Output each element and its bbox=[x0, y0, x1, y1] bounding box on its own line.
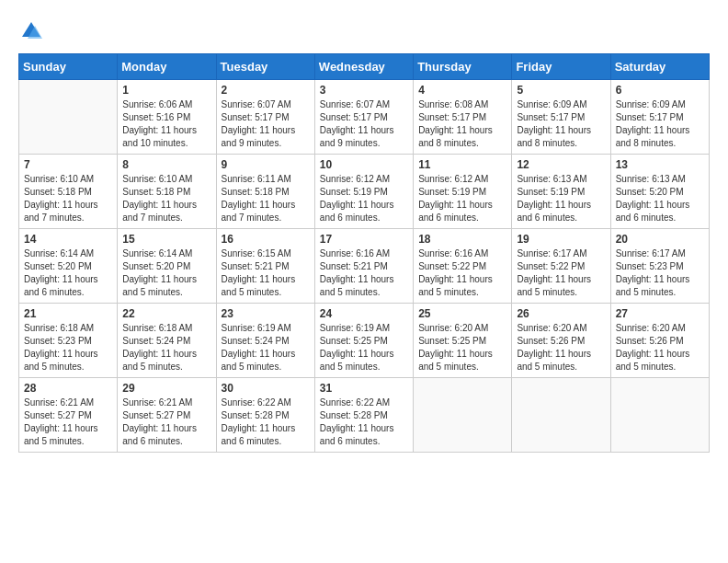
day-info: Sunrise: 6:22 AMSunset: 5:28 PMDaylight:… bbox=[320, 396, 408, 448]
day-number: 1 bbox=[122, 84, 210, 97]
calendar-cell: 5Sunrise: 6:09 AMSunset: 5:17 PMDaylight… bbox=[512, 80, 610, 155]
day-info: Sunrise: 6:06 AMSunset: 5:16 PMDaylight:… bbox=[122, 98, 210, 150]
day-info: Sunrise: 6:08 AMSunset: 5:17 PMDaylight:… bbox=[418, 98, 506, 150]
day-info: Sunrise: 6:20 AMSunset: 5:25 PMDaylight:… bbox=[418, 322, 506, 373]
logo bbox=[18, 18, 48, 44]
day-number: 10 bbox=[320, 158, 408, 171]
calendar-cell bbox=[512, 378, 610, 453]
calendar-table: SundayMondayTuesdayWednesdayThursdayFrid… bbox=[18, 53, 710, 453]
day-number: 30 bbox=[222, 382, 310, 395]
calendar-cell bbox=[610, 378, 709, 453]
calendar-cell: 19Sunrise: 6:17 AMSunset: 5:22 PMDayligh… bbox=[512, 229, 610, 304]
calendar-cell: 26Sunrise: 6:20 AMSunset: 5:26 PMDayligh… bbox=[512, 304, 610, 378]
day-number: 25 bbox=[418, 307, 506, 320]
calendar-cell: 24Sunrise: 6:19 AMSunset: 5:25 PMDayligh… bbox=[314, 304, 413, 378]
day-number: 19 bbox=[517, 233, 605, 246]
day-header-sunday: Sunday bbox=[19, 54, 118, 80]
calendar-cell: 15Sunrise: 6:14 AMSunset: 5:20 PMDayligh… bbox=[118, 229, 216, 304]
calendar-cell: 28Sunrise: 6:21 AMSunset: 5:27 PMDayligh… bbox=[19, 378, 118, 453]
day-number: 8 bbox=[122, 158, 210, 171]
day-info: Sunrise: 6:17 AMSunset: 5:23 PMDaylight:… bbox=[616, 247, 704, 299]
day-number: 6 bbox=[616, 84, 704, 97]
calendar-cell: 16Sunrise: 6:15 AMSunset: 5:21 PMDayligh… bbox=[216, 229, 314, 304]
day-number: 23 bbox=[222, 307, 310, 320]
day-number: 24 bbox=[320, 307, 408, 320]
calendar-cell: 31Sunrise: 6:22 AMSunset: 5:28 PMDayligh… bbox=[314, 378, 413, 453]
calendar-cell: 18Sunrise: 6:16 AMSunset: 5:22 PMDayligh… bbox=[414, 229, 512, 304]
calendar-cell: 27Sunrise: 6:20 AMSunset: 5:26 PMDayligh… bbox=[610, 304, 709, 378]
day-number: 7 bbox=[24, 158, 112, 171]
calendar-cell bbox=[414, 378, 512, 453]
day-number: 5 bbox=[517, 84, 605, 97]
day-number: 29 bbox=[122, 382, 210, 395]
day-number: 17 bbox=[320, 233, 408, 246]
day-info: Sunrise: 6:20 AMSunset: 5:26 PMDaylight:… bbox=[517, 322, 605, 373]
day-info: Sunrise: 6:19 AMSunset: 5:25 PMDaylight:… bbox=[320, 322, 408, 373]
day-number: 21 bbox=[24, 307, 112, 320]
day-info: Sunrise: 6:14 AMSunset: 5:20 PMDaylight:… bbox=[122, 247, 210, 299]
day-header-thursday: Thursday bbox=[414, 54, 512, 80]
day-number: 16 bbox=[222, 233, 310, 246]
day-number: 22 bbox=[122, 307, 210, 320]
day-info: Sunrise: 6:14 AMSunset: 5:20 PMDaylight:… bbox=[24, 247, 112, 299]
day-number: 4 bbox=[418, 84, 506, 97]
day-info: Sunrise: 6:07 AMSunset: 5:17 PMDaylight:… bbox=[320, 98, 408, 150]
day-info: Sunrise: 6:12 AMSunset: 5:19 PMDaylight:… bbox=[320, 173, 408, 224]
day-number: 27 bbox=[616, 307, 704, 320]
calendar-cell: 4Sunrise: 6:08 AMSunset: 5:17 PMDaylight… bbox=[414, 80, 512, 155]
calendar-cell: 10Sunrise: 6:12 AMSunset: 5:19 PMDayligh… bbox=[314, 155, 413, 229]
calendar-cell: 13Sunrise: 6:13 AMSunset: 5:20 PMDayligh… bbox=[610, 155, 709, 229]
calendar-cell: 20Sunrise: 6:17 AMSunset: 5:23 PMDayligh… bbox=[610, 229, 709, 304]
day-info: Sunrise: 6:18 AMSunset: 5:24 PMDaylight:… bbox=[122, 322, 210, 373]
calendar-header-row: SundayMondayTuesdayWednesdayThursdayFrid… bbox=[19, 54, 710, 80]
day-number: 18 bbox=[418, 233, 506, 246]
calendar-cell: 1Sunrise: 6:06 AMSunset: 5:16 PMDaylight… bbox=[118, 80, 216, 155]
day-info: Sunrise: 6:10 AMSunset: 5:18 PMDaylight:… bbox=[122, 173, 210, 224]
calendar-week-3: 14Sunrise: 6:14 AMSunset: 5:20 PMDayligh… bbox=[19, 229, 710, 304]
calendar-week-5: 28Sunrise: 6:21 AMSunset: 5:27 PMDayligh… bbox=[19, 378, 710, 453]
day-info: Sunrise: 6:20 AMSunset: 5:26 PMDaylight:… bbox=[616, 322, 704, 373]
day-info: Sunrise: 6:21 AMSunset: 5:27 PMDaylight:… bbox=[24, 396, 112, 448]
day-number: 26 bbox=[517, 307, 605, 320]
day-header-monday: Monday bbox=[118, 54, 216, 80]
calendar-cell: 3Sunrise: 6:07 AMSunset: 5:17 PMDaylight… bbox=[314, 80, 413, 155]
calendar-cell: 9Sunrise: 6:11 AMSunset: 5:18 PMDaylight… bbox=[216, 155, 314, 229]
day-header-saturday: Saturday bbox=[610, 54, 709, 80]
day-info: Sunrise: 6:11 AMSunset: 5:18 PMDaylight:… bbox=[222, 173, 310, 224]
calendar-week-1: 1Sunrise: 6:06 AMSunset: 5:16 PMDaylight… bbox=[19, 80, 710, 155]
calendar-cell: 25Sunrise: 6:20 AMSunset: 5:25 PMDayligh… bbox=[414, 304, 512, 378]
calendar-cell: 17Sunrise: 6:16 AMSunset: 5:21 PMDayligh… bbox=[314, 229, 413, 304]
day-number: 20 bbox=[616, 233, 704, 246]
day-info: Sunrise: 6:18 AMSunset: 5:23 PMDaylight:… bbox=[24, 322, 112, 373]
day-info: Sunrise: 6:10 AMSunset: 5:18 PMDaylight:… bbox=[24, 173, 112, 224]
day-number: 9 bbox=[222, 158, 310, 171]
day-info: Sunrise: 6:12 AMSunset: 5:19 PMDaylight:… bbox=[418, 173, 506, 224]
day-number: 12 bbox=[517, 158, 605, 171]
day-number: 28 bbox=[24, 382, 112, 395]
calendar-cell: 11Sunrise: 6:12 AMSunset: 5:19 PMDayligh… bbox=[414, 155, 512, 229]
day-header-wednesday: Wednesday bbox=[314, 54, 413, 80]
day-number: 15 bbox=[122, 233, 210, 246]
day-number: 31 bbox=[320, 382, 408, 395]
calendar-cell: 2Sunrise: 6:07 AMSunset: 5:17 PMDaylight… bbox=[216, 80, 314, 155]
day-number: 13 bbox=[616, 158, 704, 171]
day-number: 11 bbox=[418, 158, 506, 171]
calendar-cell: 7Sunrise: 6:10 AMSunset: 5:18 PMDaylight… bbox=[19, 155, 118, 229]
day-header-friday: Friday bbox=[512, 54, 610, 80]
day-number: 14 bbox=[24, 233, 112, 246]
calendar-cell: 8Sunrise: 6:10 AMSunset: 5:18 PMDaylight… bbox=[118, 155, 216, 229]
day-number: 2 bbox=[222, 84, 310, 97]
day-info: Sunrise: 6:13 AMSunset: 5:20 PMDaylight:… bbox=[616, 173, 704, 224]
day-info: Sunrise: 6:07 AMSunset: 5:17 PMDaylight:… bbox=[222, 98, 310, 150]
logo-icon bbox=[18, 18, 44, 44]
calendar-cell: 30Sunrise: 6:22 AMSunset: 5:28 PMDayligh… bbox=[216, 378, 314, 453]
day-header-tuesday: Tuesday bbox=[216, 54, 314, 80]
calendar-week-4: 21Sunrise: 6:18 AMSunset: 5:23 PMDayligh… bbox=[19, 304, 710, 378]
calendar-cell: 6Sunrise: 6:09 AMSunset: 5:17 PMDaylight… bbox=[610, 80, 709, 155]
day-info: Sunrise: 6:22 AMSunset: 5:28 PMDaylight:… bbox=[222, 396, 310, 448]
day-info: Sunrise: 6:09 AMSunset: 5:17 PMDaylight:… bbox=[616, 98, 704, 150]
day-info: Sunrise: 6:19 AMSunset: 5:24 PMDaylight:… bbox=[222, 322, 310, 373]
calendar-week-2: 7Sunrise: 6:10 AMSunset: 5:18 PMDaylight… bbox=[19, 155, 710, 229]
day-info: Sunrise: 6:21 AMSunset: 5:27 PMDaylight:… bbox=[122, 396, 210, 448]
calendar-cell: 29Sunrise: 6:21 AMSunset: 5:27 PMDayligh… bbox=[118, 378, 216, 453]
